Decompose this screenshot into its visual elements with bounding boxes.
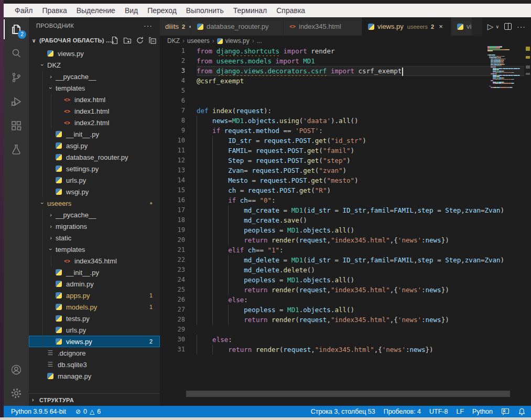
account-icon[interactable] bbox=[4, 359, 29, 381]
code-line-18[interactable]: 18 md_create.save() bbox=[160, 215, 524, 225]
code-line-6[interactable]: 6 bbox=[160, 96, 524, 106]
tree-item-tests.py[interactable]: tests.py bbox=[29, 313, 160, 324]
source-control-icon[interactable] bbox=[4, 65, 29, 90]
tree-item-index.html[interactable]: <>index.html bbox=[29, 94, 160, 105]
tab-vie[interactable]: vie bbox=[451, 17, 472, 36]
code-line-29[interactable]: 29 bbox=[160, 325, 524, 335]
code-line-7[interactable]: 7def index(request): bbox=[160, 106, 524, 116]
collapse-all-icon[interactable] bbox=[148, 36, 157, 45]
tree-item-wsgi.py[interactable]: wsgi.py bbox=[29, 186, 160, 197]
new-file-icon[interactable] bbox=[111, 36, 119, 45]
code-line-21[interactable]: 21 elif ch== "1": bbox=[160, 245, 524, 255]
code-line-30[interactable]: 30 else: bbox=[160, 335, 524, 345]
breadcrumb-item-DKZ[interactable]: DKZ bbox=[167, 37, 180, 45]
tree-item-settings.py[interactable]: settings.py bbox=[29, 163, 160, 174]
code-line-9[interactable]: 9 if request.method == 'POST': bbox=[160, 126, 524, 136]
new-folder-icon[interactable] bbox=[123, 36, 132, 45]
tree-item-asgi.py[interactable]: asgi.py bbox=[29, 140, 160, 151]
run-python-file-icon[interactable]: ▷ bbox=[487, 22, 494, 31]
run-dropdown-icon[interactable]: ∨ bbox=[495, 24, 499, 29]
tab-database_roouter.py[interactable]: database_roouter.py bbox=[191, 17, 284, 36]
tree-item-admin.py[interactable]: admin.py bbox=[29, 278, 160, 290]
tab-views.py[interactable]: views.pyuseeers2× bbox=[362, 17, 451, 36]
code-line-17[interactable]: 17 md_create = MD1(id_str = ID_str,famil… bbox=[160, 205, 524, 215]
code-line-2[interactable]: 2from useeers.models import MD1 bbox=[160, 56, 524, 66]
code-line-14[interactable]: 14 Mesto = request.POST.get("mesto") bbox=[160, 175, 524, 185]
code-line-11[interactable]: 11 FAMIL= request.POST.get("famil") bbox=[160, 146, 524, 156]
code-line-4[interactable]: 4@csrf_exempt bbox=[160, 76, 524, 86]
menu-item-правка[interactable]: Правка bbox=[37, 6, 71, 15]
code-line-20[interactable]: 20 return render(request,"index345.html"… bbox=[160, 235, 524, 245]
explorer-icon[interactable]: 2 bbox=[4, 17, 29, 41]
status-python-version[interactable]: Python 3.9.5 64-bit bbox=[11, 408, 66, 415]
refresh-icon[interactable] bbox=[136, 36, 144, 45]
explorer-more-actions[interactable]: ··· bbox=[144, 21, 153, 30]
tree-item-db.sqlite3[interactable]: ☰db.sqlite3 bbox=[29, 359, 160, 370]
tree-item-useeers[interactable]: ›useeers● bbox=[29, 197, 160, 209]
menu-item-переход[interactable]: Переход bbox=[143, 6, 181, 15]
tab-diiits[interactable]: diiits2● bbox=[160, 17, 191, 36]
tree-item-index345.html[interactable]: <>index345.html bbox=[29, 255, 160, 267]
tree-item-urls.py[interactable]: urls.py bbox=[29, 174, 160, 186]
menu-item-выполнить[interactable]: Выполнить bbox=[181, 6, 229, 15]
code-line-31[interactable]: 31 return render(request,"index345.html"… bbox=[160, 345, 524, 355]
outline-section-header[interactable]: › СТРУКТУРА bbox=[29, 393, 160, 406]
breadcrumb-item-views.py[interactable]: views.py bbox=[225, 37, 250, 45]
code-line-16[interactable]: 16 if ch== "0": bbox=[160, 195, 524, 205]
workspace-section-header[interactable]: ∨ (РАБОЧАЯ ОБЛАСТЬ) ... bbox=[29, 34, 160, 47]
tree-item-database_roouter.py[interactable]: database_roouter.py bbox=[29, 151, 160, 163]
notifications-bell-icon[interactable] bbox=[518, 407, 526, 416]
status-problems[interactable]: ⊘0△6 bbox=[75, 408, 101, 415]
menu-item-терминал[interactable]: Терминал bbox=[229, 6, 272, 15]
minimap[interactable] bbox=[487, 46, 524, 203]
horizontal-scrollbar[interactable] bbox=[186, 391, 510, 397]
code-line-27[interactable]: 27 peopless = MD1.objects.all() bbox=[160, 305, 524, 315]
tree-item-manage.py[interactable]: manage.py bbox=[29, 370, 160, 382]
tree-item-urls.py[interactable]: urls.py bbox=[29, 324, 160, 336]
status-lf[interactable]: LF bbox=[456, 408, 464, 415]
tree-item-apps.py[interactable]: apps.py1 bbox=[29, 290, 160, 301]
code-editor[interactable]: 1from django.shortcuts import render2fro… bbox=[160, 46, 524, 406]
run-debug-icon[interactable] bbox=[4, 90, 29, 114]
tree-item-views.py[interactable]: views.py bbox=[29, 48, 160, 59]
code-line-13[interactable]: 13 Zvan= request.POST.get("zvan") bbox=[160, 165, 524, 175]
code-line-22[interactable]: 22 md_delete = MD1(id_str = ID_str,famil… bbox=[160, 255, 524, 265]
code-line-15[interactable]: 15 ch = request.POST.get("R") bbox=[160, 185, 524, 195]
breadcrumb-item-...[interactable]: ... bbox=[257, 37, 262, 45]
code-line-28[interactable]: 28 return render(request,"index345.html"… bbox=[160, 315, 524, 325]
tree-item-__init__.py[interactable]: __init__.py bbox=[29, 267, 160, 278]
status-utf-8[interactable]: UTF-8 bbox=[429, 408, 448, 415]
tree-item-.dcignore[interactable]: ☰.dcignore bbox=[29, 347, 160, 359]
code-line-5[interactable]: 5 bbox=[160, 86, 524, 96]
breadcrumb-item-useeers[interactable]: useeers bbox=[187, 37, 210, 45]
code-line-26[interactable]: 26 else: bbox=[160, 295, 524, 305]
code-line-8[interactable]: 8 news=MD1.objects.using('daata').all() bbox=[160, 116, 524, 126]
tree-item-templates[interactable]: ›templates bbox=[29, 82, 160, 94]
tree-item-migrations[interactable]: ›migrations bbox=[29, 220, 160, 232]
tree-item-templates[interactable]: ›templates bbox=[29, 244, 160, 255]
code-line-23[interactable]: 23 md_delete.delete() bbox=[160, 265, 524, 275]
status-строка-3-столбец-53[interactable]: Строка 3, столбец 53 bbox=[311, 408, 375, 415]
split-editor-icon[interactable] bbox=[504, 23, 512, 30]
tree-item-__pycache__[interactable]: ›__pycache__ bbox=[29, 209, 160, 220]
menu-item-файл[interactable]: Файл bbox=[10, 6, 37, 15]
feedback-icon[interactable] bbox=[501, 407, 510, 416]
code-line-24[interactable]: 24 peopless = MD1.objects.all() bbox=[160, 275, 524, 285]
extensions-icon[interactable] bbox=[4, 114, 29, 138]
code-line-10[interactable]: 10 ID_str = request.POST.get("id_str") bbox=[160, 136, 524, 146]
tree-item-index2.html[interactable]: <>index2.html bbox=[29, 117, 160, 128]
code-line-19[interactable]: 19 peopless = MD1.objects.all() bbox=[160, 225, 524, 235]
tree-item-views.py[interactable]: views.py2 bbox=[29, 336, 160, 347]
status-python[interactable]: Python bbox=[472, 408, 493, 415]
menu-item-справка[interactable]: Справка bbox=[272, 6, 310, 15]
tree-item-static[interactable]: ›static bbox=[29, 232, 160, 244]
settings-gear-icon[interactable] bbox=[4, 381, 29, 406]
code-line-25[interactable]: 25 return render(request,"index345.html"… bbox=[160, 285, 524, 295]
tab-close-icon[interactable]: × bbox=[439, 23, 443, 30]
tab-index345.html[interactable]: <>index345.html bbox=[284, 17, 362, 36]
code-line-12[interactable]: 12 Step = request.POST.get("step") bbox=[160, 156, 524, 165]
tree-item-__pycache__[interactable]: ›__pycache__ bbox=[29, 71, 160, 82]
tree-item-index1.html[interactable]: <>index1.html bbox=[29, 105, 160, 117]
search-icon[interactable] bbox=[4, 41, 29, 65]
status-пробелов-4[interactable]: Пробелов: 4 bbox=[384, 408, 421, 415]
